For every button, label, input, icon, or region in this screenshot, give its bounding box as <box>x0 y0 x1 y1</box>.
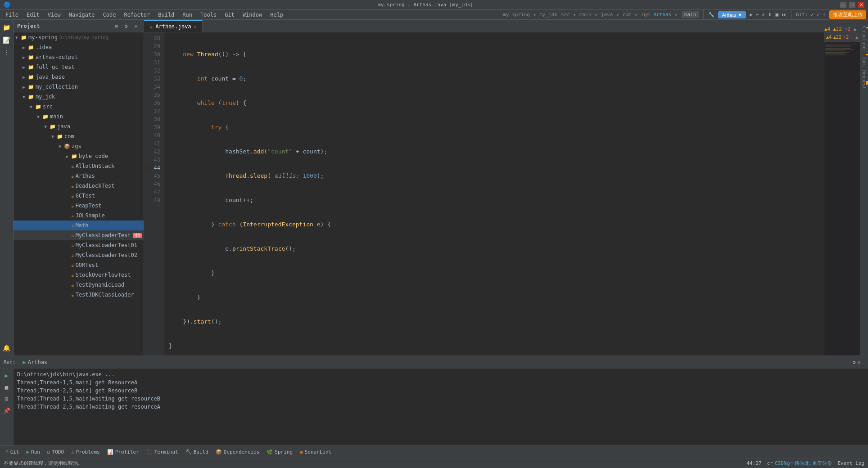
tool-request-tab[interactable]: Tool Request <box>861 53 868 93</box>
tree-item-myclassloader02[interactable]: ▶ ☕ MyClassLoaderTest02 <box>14 250 144 260</box>
tree-item-main[interactable]: ▼ 📁 main <box>14 112 144 122</box>
console-line-2: Thread[Thread-1,5,main] get ResourceA <box>17 378 864 387</box>
tree-item-allot-on-stack[interactable]: ▶ ☕ AllotOnStack <box>14 161 144 171</box>
tree-item-src[interactable]: ▼ 📁 src <box>14 102 144 112</box>
title-bar-left: 🔵 <box>4 1 11 8</box>
menu-edit[interactable]: Edit <box>23 11 43 19</box>
settings-icon[interactable]: ⚙ <box>853 359 856 365</box>
menu-refactor[interactable]: Refactor <box>120 11 154 19</box>
spring-tab[interactable]: 🌿 Spring <box>265 448 294 456</box>
build-tab[interactable]: 🔨 Build <box>184 448 210 456</box>
bottom-toolbar-left: ⌥ Git ▶ Run ☑ TODO ⚠ Problems 📊 Profiler… <box>4 448 333 456</box>
structure-button[interactable]: ⋮ <box>1 47 13 58</box>
close-button[interactable]: ✕ <box>858 2 864 8</box>
pin-tab-button[interactable]: 📌 <box>2 405 12 415</box>
profiler-tab[interactable]: 📊 Profiler <box>105 448 141 456</box>
todo-label: TODO <box>52 449 64 455</box>
tree-collapse-button[interactable]: ≡ <box>112 22 120 30</box>
code-line-38: } <box>169 293 824 302</box>
tree-item-arthas[interactable]: ▶ ☕ Arthas <box>14 171 144 181</box>
tree-item-my-jdk[interactable]: ▼ 📁 my_jdk <box>14 92 144 102</box>
tree-settings-button[interactable]: ⚙ <box>122 22 130 30</box>
terminal-tab[interactable]: ⬛ Terminal <box>145 448 180 456</box>
tree-item-stockoverflow[interactable]: ▶ ☕ StockOverFlowTest <box>14 270 144 280</box>
run-icon: ▶ <box>27 449 30 455</box>
tree-item-testdynamic[interactable]: ▶ ☕ TestDynamicLoad <box>14 280 144 290</box>
code-line-34: count++; <box>169 196 824 204</box>
bottom-tabs: Run: ▶ Arthas ⚙ ✕ <box>0 356 868 369</box>
tree-item-deadlock-test[interactable]: ▶ ☕ DeadLockTest <box>14 181 144 191</box>
tree-item-math[interactable]: ▶ ☕ Math <box>14 220 144 230</box>
tree-item-java[interactable]: ▼ 📁 java <box>14 122 144 131</box>
maximize-button[interactable]: □ <box>849 2 855 8</box>
code-content[interactable]: new Thread(() -> { int count = 0; while … <box>164 32 824 356</box>
menu-tools[interactable]: Tools <box>197 11 220 19</box>
run-tab[interactable]: ▶ Run <box>25 448 42 456</box>
tree-item-full-gc-test[interactable]: ▶ 📁 full_gc_test <box>14 62 144 72</box>
event-log-button[interactable]: Event Log <box>837 460 864 466</box>
close-panel-button[interactable]: ✕ <box>858 359 861 365</box>
tree-item-my-collection[interactable]: ▶ 📁 my_collection <box>14 82 144 92</box>
tree-item-gctest[interactable]: ▶ ☕ GCTest <box>14 191 144 201</box>
profiler-label: Profiler <box>115 449 139 455</box>
tab-run[interactable]: ▶ Arthas <box>18 357 52 367</box>
menu-build[interactable]: Build <box>154 11 178 19</box>
problems-tab[interactable]: ⚠ Problems <box>69 448 102 456</box>
left-sidebar-icons: 📁 📝 ⋮ 🔔 <box>0 20 14 356</box>
console-line-4: Thread[Thread-1,5,main]waiting get resou… <box>17 395 864 403</box>
tree-item-heaptest[interactable]: ▶ ☕ HeapTest <box>14 201 144 211</box>
tree-item-zgs[interactable]: ▼ 📦 zgs <box>14 141 144 151</box>
tree-item-myclassloader01[interactable]: ▶ ☕ MyClassLoaderTest01 <box>14 240 144 250</box>
code-line-30: while (true) { <box>169 99 824 107</box>
status-bar-left: 不要显式创建线程，请使用线程池。 <box>4 460 83 467</box>
expand-icon[interactable]: ▲ <box>853 26 856 32</box>
upload-button[interactable]: 抢攻至此上传 <box>829 10 866 19</box>
minimize-button[interactable]: — <box>840 2 846 8</box>
tree-item-java-base[interactable]: ▶ 📁 java_base <box>14 72 144 82</box>
project-view-button[interactable]: 📁 <box>1 22 13 33</box>
menu-file[interactable]: File <box>2 11 22 19</box>
line-col-indicator[interactable]: 44:27 <box>746 460 761 466</box>
minimap-error: ⚡2 <box>843 35 849 40</box>
console-line-5: Thread[Thread-2,5,main]waiting get resou… <box>17 403 864 411</box>
sonarlint-tab[interactable]: ◉ SonarLint <box>298 448 333 456</box>
editor-tabs: ☕ Arthas.java ✕ ▲4 ▲22 ⚡2 ▲ <box>144 20 860 32</box>
menu-help[interactable]: Help <box>267 11 287 19</box>
tree-item-jolsample[interactable]: ▶ ☕ JOLSample <box>14 211 144 220</box>
menu-code[interactable]: Code <box>99 11 120 19</box>
tab-arthas-java[interactable]: ☕ Arthas.java ✕ <box>144 20 203 32</box>
tree-item-idea[interactable]: ▶ 📁 .idea <box>14 42 144 52</box>
tree-item-myclassloader[interactable]: ▶ ☕ MyClassLoaderTest 44 <box>14 230 144 240</box>
tree-item-byte-code[interactable]: ▶ 📁 byte_code <box>14 151 144 161</box>
menu-view[interactable]: View <box>44 11 64 19</box>
warning-count2: ▲22 <box>833 26 842 32</box>
tree-item-my-spring[interactable]: ▼ 📁 my-spring D:\study\my-spring <box>14 32 144 42</box>
dependencies-tab[interactable]: 📦 Dependencies <box>214 448 261 456</box>
menu-run[interactable]: Run <box>179 11 196 19</box>
minimap-expand[interactable]: ▲ <box>855 35 858 40</box>
commit-button[interactable]: 📝 <box>1 34 13 46</box>
code-editor: 28 29 30 31 32 33 34 35 36 37 38 39 40 4… <box>144 32 824 356</box>
tree-item-arthas-output[interactable]: ▶ 📁 arthas-output <box>14 52 144 62</box>
build-icon: 🔨 <box>185 449 192 455</box>
restore-layout-button[interactable]: ⊞ <box>2 394 12 404</box>
csdn-label[interactable]: CSDN@一路向北,重庆分份 <box>775 460 832 467</box>
tree-close-button[interactable]: ✕ <box>132 22 140 30</box>
todo-tab[interactable]: ☑ TODO <box>45 448 66 456</box>
tab-close-button[interactable]: ✕ <box>194 24 197 29</box>
arthas-run-button[interactable]: Arthas ▼ <box>718 11 746 18</box>
structure-panel-tab[interactable]: Structure <box>861 22 868 53</box>
tree-header-actions: ≡ ⚙ ✕ <box>112 22 140 30</box>
problems-icon: ⚠ <box>71 449 74 455</box>
tree-item-oomtest[interactable]: ▶ ☕ OOMTest <box>14 260 144 270</box>
tree-item-testjdk[interactable]: ▶ ☕ TestJDKClassLoader <box>14 290 144 300</box>
menu-navigate[interactable]: Navigate <box>65 11 99 19</box>
menu-window[interactable]: Window <box>239 11 266 19</box>
stop-button[interactable]: ■ <box>2 382 12 392</box>
git-tab[interactable]: ⌥ Git <box>4 448 21 456</box>
menu-git[interactable]: Git <box>221 11 238 19</box>
profiler-icon: 📊 <box>107 449 113 455</box>
tree-item-com[interactable]: ▼ 📁 com <box>14 131 144 141</box>
rerun-button[interactable]: ▶ <box>2 370 12 380</box>
notifications-button[interactable]: 🔔 <box>1 342 13 354</box>
